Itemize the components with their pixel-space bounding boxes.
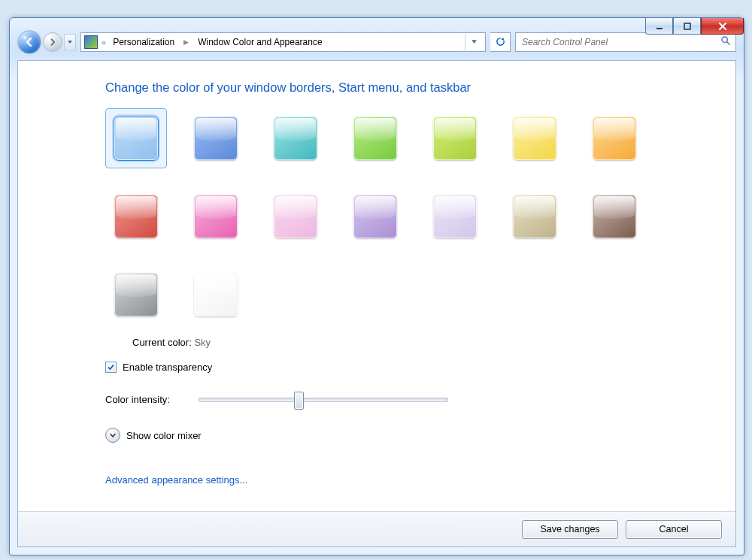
breadcrumb-separator-icon[interactable]: ▶	[181, 38, 191, 46]
color-swatch-slate[interactable]	[114, 273, 158, 316]
transparency-row: Enable transparency	[105, 362, 735, 373]
refresh-button[interactable]	[490, 32, 511, 52]
window-controls	[645, 18, 744, 35]
breadcrumb-level2[interactable]: Window Color and Appearance	[193, 35, 326, 50]
color-swatch-frost[interactable]	[194, 273, 238, 316]
client-area: Change the color of your window borders,…	[17, 60, 736, 547]
navigation-bar: « Personalization ▶ Window Color and App…	[17, 29, 736, 54]
color-swatch-ruby[interactable]	[114, 195, 158, 238]
search-icon	[720, 35, 731, 48]
color-swatch-violet[interactable]	[353, 195, 397, 238]
color-mixer-label[interactable]: Show color mixer	[126, 430, 202, 441]
intensity-row: Color intensity:	[105, 394, 735, 405]
search-input[interactable]	[520, 36, 716, 48]
command-bar: Save changes Cancel	[18, 511, 735, 546]
maximize-button[interactable]	[673, 18, 701, 35]
svg-rect-1	[684, 23, 690, 29]
color-swatch-lime[interactable]	[433, 117, 477, 160]
intensity-label: Color intensity:	[105, 394, 170, 405]
save-button[interactable]: Save changes	[522, 520, 618, 539]
color-swatch-pumpkin[interactable]	[593, 117, 636, 160]
current-color-label: Current color:	[132, 337, 192, 348]
advanced-appearance-link[interactable]: Advanced appearance settings...	[105, 474, 247, 486]
transparency-checkbox[interactable]	[105, 362, 117, 373]
chevron-down-icon[interactable]	[105, 428, 120, 443]
color-swatch-taupe[interactable]	[513, 195, 556, 238]
transparency-label[interactable]: Enable transparency	[123, 362, 212, 373]
page-heading: Change the color of your window borders,…	[105, 80, 735, 95]
back-button[interactable]	[17, 30, 41, 54]
intensity-slider-track[interactable]	[199, 398, 448, 402]
color-swatch-lavender[interactable]	[433, 195, 477, 238]
minimize-button[interactable]	[645, 18, 673, 35]
color-swatch-sky[interactable]	[114, 117, 158, 160]
recent-pages-dropdown[interactable]	[64, 34, 76, 50]
color-swatch-fuchsia[interactable]	[194, 195, 238, 238]
color-swatch-leaf[interactable]	[353, 117, 397, 160]
svg-rect-0	[656, 28, 663, 29]
close-button[interactable]	[701, 18, 744, 35]
color-mixer-row[interactable]: Show color mixer	[105, 428, 735, 443]
color-swatch-chocolate[interactable]	[593, 195, 636, 238]
forward-button[interactable]	[43, 32, 62, 52]
current-color-value: Sky	[194, 337, 211, 348]
folder-up-icon[interactable]: «	[100, 38, 106, 47]
address-dropdown-button[interactable]	[465, 34, 482, 50]
color-swatch-sun[interactable]	[513, 117, 556, 160]
intensity-slider-thumb[interactable]	[294, 392, 304, 410]
cancel-button[interactable]: Cancel	[626, 520, 722, 539]
current-color-line: Current color: Sky	[132, 337, 735, 348]
color-swatch-blush[interactable]	[274, 195, 317, 238]
color-swatch-sea[interactable]	[274, 117, 317, 160]
breadcrumb-level1[interactable]: Personalization	[108, 35, 179, 50]
control-panel-window: « Personalization ▶ Window Color and App…	[9, 17, 744, 555]
color-swatch-twilight[interactable]	[194, 117, 238, 160]
color-swatch-grid	[105, 108, 677, 325]
search-box[interactable]	[515, 32, 736, 52]
control-panel-icon	[84, 35, 98, 49]
address-bar[interactable]: « Personalization ▶ Window Color and App…	[80, 32, 486, 52]
